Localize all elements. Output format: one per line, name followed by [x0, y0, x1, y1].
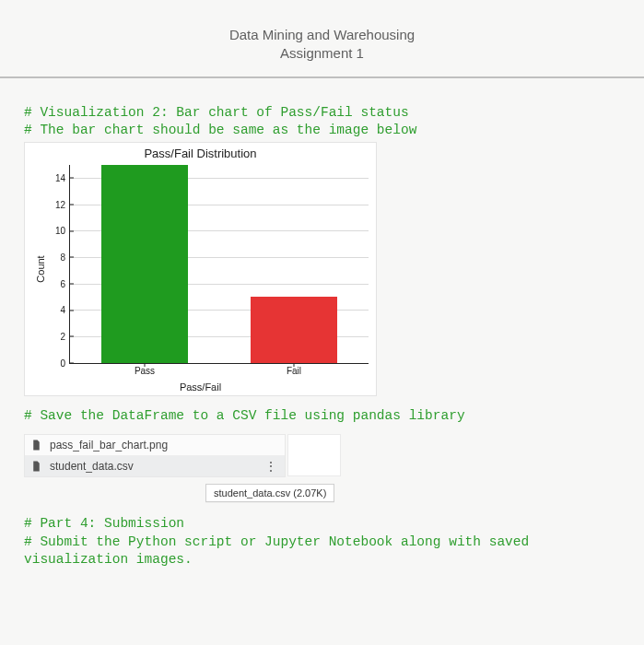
course-title: Data Mining and Warehousing [0, 26, 644, 44]
file-icon [30, 439, 42, 452]
chart-ytick: 10 [55, 226, 70, 236]
code-comment: # Submit the Python script or Jupyter No… [24, 534, 620, 569]
code-block-submission: # Part 4: Submission # Submit the Python… [24, 515, 620, 569]
page-header: Data Mining and Warehousing Assignment 1 [0, 0, 644, 64]
chart-ytick: 8 [60, 252, 70, 262]
file-icon [30, 460, 42, 473]
chart-xlabel: Pass/Fail [25, 381, 376, 393]
bar-chart: Pass/Fail Distribution Count Pass/Fail 0… [24, 142, 377, 396]
chart-bar [251, 297, 337, 363]
chart-ytick: 12 [55, 199, 70, 209]
code-comment: # Visualization 2: Bar chart of Pass/Fai… [24, 104, 620, 123]
header-divider [0, 76, 644, 78]
content-area: # Visualization 2: Bar chart of Pass/Fai… [0, 104, 644, 569]
chart-ytick: 6 [60, 278, 70, 288]
file-name-label: pass_fail_bar_chart.png [50, 439, 279, 452]
chart-ytick: 14 [55, 172, 70, 182]
code-comment: # The bar chart should be same as the im… [24, 122, 620, 140]
chart-ytick: 4 [60, 305, 70, 315]
code-comment: # Part 4: Submission [24, 515, 620, 534]
chart-plot-area: 02468101214PassFail [69, 165, 369, 364]
chart-xtick-label: Fail [287, 363, 301, 376]
file-name-label: student_data.csv [50, 460, 263, 473]
chart-ylabel: Count [35, 255, 46, 282]
chart-ytick: 2 [60, 331, 70, 341]
file-row[interactable]: student_data.csv ⋮ [25, 455, 285, 476]
file-row[interactable]: pass_fail_bar_chart.png [25, 435, 285, 455]
document-page: Data Mining and Warehousing Assignment 1… [0, 0, 644, 645]
chart-title: Pass/Fail Distribution [25, 147, 376, 160]
more-options-icon[interactable]: ⋮ [263, 460, 279, 473]
code-comment: # Save the DataFrame to a CSV file using… [24, 407, 620, 426]
blank-panel [287, 434, 341, 476]
chart-xtick-label: Pass [135, 363, 155, 376]
code-block-viz: # Visualization 2: Bar chart of Pass/Fai… [24, 104, 620, 140]
chart-bar [101, 165, 188, 363]
file-list: pass_fail_bar_chart.png student_data.csv… [24, 434, 286, 477]
file-browser: pass_fail_bar_chart.png student_data.csv… [24, 434, 342, 504]
file-tooltip: student_data.csv (2.07K) [205, 484, 334, 502]
chart-ytick: 0 [60, 358, 70, 368]
assignment-title: Assignment 1 [0, 44, 644, 63]
